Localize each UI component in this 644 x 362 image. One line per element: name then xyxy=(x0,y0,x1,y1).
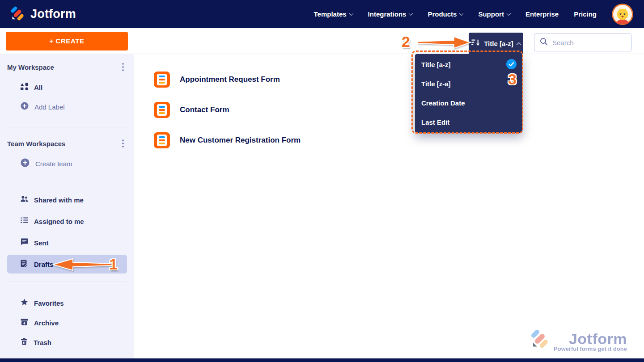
trash-label: Trash xyxy=(34,339,51,346)
plus-circle-icon xyxy=(21,158,30,169)
assigned-checklist-icon xyxy=(21,217,28,226)
favorites-label: Favorites xyxy=(34,299,64,307)
sidebar-item-archive[interactable]: Archive xyxy=(7,313,127,332)
nav-pricing-label: Pricing xyxy=(574,10,597,18)
sidebar-divider xyxy=(7,282,127,282)
sidebar: + CREATE My Workspace All xyxy=(0,28,134,362)
jotform-watermark: Jotform Powerful forms get it done xyxy=(529,328,627,352)
nav-pricing[interactable]: Pricing xyxy=(574,10,597,18)
plus-circle-icon xyxy=(21,102,29,112)
annotation-arrow-2 xyxy=(417,36,471,49)
nav-integrations-label: Integrations xyxy=(368,10,407,18)
nav-integrations[interactable]: Integrations xyxy=(368,10,413,18)
search-box xyxy=(534,34,631,51)
team-workspaces-header: Team Workspaces xyxy=(7,137,127,150)
nav-templates-label: Templates xyxy=(314,10,346,18)
watermark-tagline: Powerful forms get it done xyxy=(554,345,627,352)
all-label: All xyxy=(34,84,42,91)
team-workspaces-menu-icon[interactable] xyxy=(119,139,127,148)
footer-strip xyxy=(0,358,644,362)
my-workspace-title: My Workspace xyxy=(7,63,54,71)
form-icon xyxy=(154,72,170,88)
chevron-down-icon xyxy=(506,11,511,16)
sidebar-item-create-team[interactable]: Create team xyxy=(7,156,127,172)
sort-icon xyxy=(471,39,480,48)
sort-option-label: Last Edit xyxy=(421,118,449,126)
nav-templates[interactable]: Templates xyxy=(314,10,352,18)
form-row-contact[interactable]: Contact Form xyxy=(154,102,301,118)
check-circle-icon xyxy=(506,59,517,71)
form-title: New Customer Registration Form xyxy=(180,136,301,145)
archive-label: Archive xyxy=(34,319,59,327)
create-team-label: Create team xyxy=(35,160,72,168)
annotation-step-1: 1 xyxy=(109,256,118,273)
top-navbar: Jotform Templates Integrations Products … xyxy=(0,0,644,28)
form-title: Appointment Request Form xyxy=(180,75,280,84)
sent-label: Sent xyxy=(34,239,49,247)
team-workspaces-title: Team Workspaces xyxy=(7,140,65,147)
form-list: Appointment Request Form Contact Form Ne… xyxy=(154,72,301,163)
sort-option-title-az[interactable]: Title [a-z] xyxy=(415,55,522,74)
search-icon xyxy=(540,38,548,47)
nav-products-label: Products xyxy=(428,10,457,18)
form-title: Contact Form xyxy=(180,105,229,114)
sidebar-item-favorites[interactable]: Favorites xyxy=(7,294,127,312)
star-icon xyxy=(21,299,28,307)
sidebar-item-all[interactable]: All xyxy=(7,79,127,95)
watermark-logomark-icon xyxy=(529,328,551,352)
sort-option-creation-date[interactable]: Creation Date xyxy=(415,93,522,113)
navbar-links: Templates Integrations Products Support … xyxy=(314,4,644,25)
sort-option-last-edit[interactable]: Last Edit xyxy=(415,113,522,132)
sort-option-label: Creation Date xyxy=(421,99,465,107)
nav-enterprise[interactable]: Enterprise xyxy=(525,10,559,18)
search-input[interactable] xyxy=(552,39,626,46)
shared-users-icon xyxy=(21,195,28,204)
archive-box-icon xyxy=(21,318,28,327)
chevron-down-icon xyxy=(459,11,464,16)
sidebar-item-shared-with-me[interactable]: Shared with me xyxy=(7,190,127,209)
watermark-brand: Jotform xyxy=(569,331,627,346)
all-forms-icon xyxy=(21,83,28,92)
form-icon xyxy=(154,102,170,118)
drafts-label: Drafts xyxy=(34,261,53,268)
sidebar-divider xyxy=(7,127,127,127)
sent-message-icon xyxy=(21,238,28,247)
chevron-down-icon xyxy=(349,11,353,16)
form-row-appointment-request[interactable]: Appointment Request Form xyxy=(154,72,301,88)
form-row-new-customer-registration[interactable]: New Customer Registration Form xyxy=(154,132,301,148)
annotation-step-2: 2 xyxy=(402,33,410,51)
nav-products[interactable]: Products xyxy=(428,10,463,18)
assigned-to-me-label: Assigned to me xyxy=(34,218,84,225)
chevron-up-icon xyxy=(516,42,521,47)
jotform-my-forms-page: Jotform Templates Integrations Products … xyxy=(0,0,644,362)
trash-icon xyxy=(21,338,28,347)
create-button[interactable]: + CREATE xyxy=(6,32,128,51)
sort-option-label: Title [z-a] xyxy=(421,80,451,88)
sort-button-label: Title [a-z] xyxy=(484,40,513,47)
drafts-icon xyxy=(21,260,28,269)
nav-support-label: Support xyxy=(478,10,504,18)
my-workspace-menu-icon[interactable] xyxy=(119,63,127,72)
sort-button[interactable]: Title [a-z] xyxy=(469,33,523,54)
chevron-down-icon xyxy=(409,11,413,16)
sort-option-title-za[interactable]: Title [z-a] xyxy=(415,74,522,93)
user-avatar[interactable] xyxy=(612,4,633,25)
form-icon xyxy=(154,132,170,148)
jotform-logo[interactable]: Jotform xyxy=(0,5,76,24)
sort-option-label: Title [a-z] xyxy=(421,61,451,68)
add-label-text: Add Label xyxy=(34,103,65,111)
nav-support[interactable]: Support xyxy=(478,10,510,18)
nav-enterprise-label: Enterprise xyxy=(525,10,559,18)
sidebar-item-assigned-to-me[interactable]: Assigned to me xyxy=(7,212,127,231)
brand-name: Jotform xyxy=(30,7,76,21)
annotation-arrow-1 xyxy=(53,258,113,271)
shared-with-me-label: Shared with me xyxy=(34,196,84,204)
sidebar-divider xyxy=(7,182,127,182)
sidebar-item-sent[interactable]: Sent xyxy=(7,233,127,252)
create-area: + CREATE xyxy=(0,28,134,54)
sidebar-item-add-label[interactable]: Add Label xyxy=(7,99,127,115)
sidebar-item-trash[interactable]: Trash xyxy=(7,333,127,352)
annotation-step-3: 3 xyxy=(508,71,517,88)
jotform-logomark-icon xyxy=(9,5,26,24)
my-workspace-header: My Workspace xyxy=(7,60,127,74)
